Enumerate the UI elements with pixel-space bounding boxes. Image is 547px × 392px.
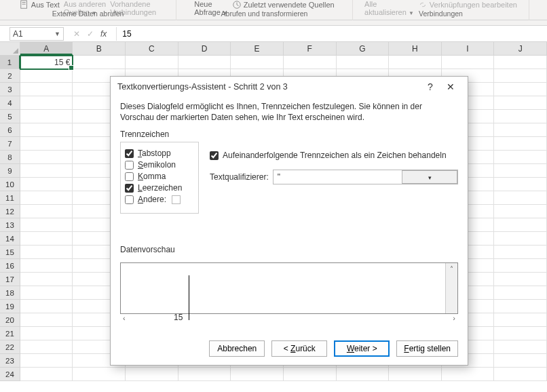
- text-import-wizard-dialog: Textkonvertierungs-Assistent - Schritt 2…: [110, 76, 468, 366]
- dialog-title: Textkonvertierungs-Assistent - Schritt 2…: [117, 82, 420, 92]
- dropdown-button-icon[interactable]: ▾: [402, 170, 457, 184]
- delimiter-space-checkbox[interactable]: Leerzeichen: [125, 183, 191, 193]
- scroll-right-icon[interactable]: ›: [453, 314, 455, 326]
- checkbox-input[interactable]: [210, 151, 219, 160]
- cell[interactable]: 15 €: [20, 56, 73, 69]
- data-preview-box: 15 ˄: [120, 262, 458, 314]
- preview-vertical-scrollbar[interactable]: ˄: [445, 263, 457, 313]
- text-qualifier-select[interactable]: " ▾: [273, 170, 458, 184]
- delimiter-tab-checkbox[interactable]: Tabstopp: [125, 149, 191, 158]
- next-button[interactable]: Weiter >: [334, 340, 390, 357]
- cancel-button[interactable]: Abbrechen: [209, 340, 265, 357]
- delimiter-comma-checkbox[interactable]: Komma: [125, 172, 191, 181]
- delimiter-other-input[interactable]: [172, 195, 181, 204]
- help-button[interactable]: ?: [420, 81, 440, 92]
- delimiter-group: Tabstopp Semikolon Komma Leerzeichen: [120, 142, 199, 214]
- back-button[interactable]: < Zurück: [271, 340, 327, 357]
- checkbox-input[interactable]: [125, 195, 134, 204]
- checkbox-input[interactable]: [125, 184, 134, 193]
- close-button[interactable]: ✕: [440, 81, 461, 92]
- dialog-titlebar[interactable]: Textkonvertierungs-Assistent - Schritt 2…: [111, 77, 468, 97]
- consecutive-delimiters-checkbox[interactable]: Aufeinanderfolgende Trennzeichen als ein…: [210, 151, 458, 160]
- delimiter-other-checkbox[interactable]: Andere:: [125, 195, 191, 204]
- delimiter-semicolon-checkbox[interactable]: Semikolon: [125, 160, 191, 170]
- qualifier-value: ": [274, 172, 402, 182]
- dialog-intro-text: Dieses Dialogfeld ermöglicht es Ihnen, T…: [120, 101, 458, 123]
- delimiters-label: Trennzeichen: [120, 130, 458, 139]
- checkbox-input[interactable]: [125, 161, 134, 170]
- scroll-up-icon[interactable]: ˄: [450, 265, 453, 273]
- consecutive-label: Aufeinanderfolgende Trennzeichen als ein…: [223, 151, 447, 160]
- text-qualifier-label: Textqualifizierer:: [210, 172, 269, 182]
- finish-button[interactable]: Fertig stellen: [396, 340, 458, 357]
- preview-content: 15: [121, 263, 445, 313]
- checkbox-input[interactable]: [125, 172, 134, 181]
- data-preview-label: Datenvorschau: [120, 245, 458, 254]
- checkbox-input[interactable]: [125, 149, 134, 158]
